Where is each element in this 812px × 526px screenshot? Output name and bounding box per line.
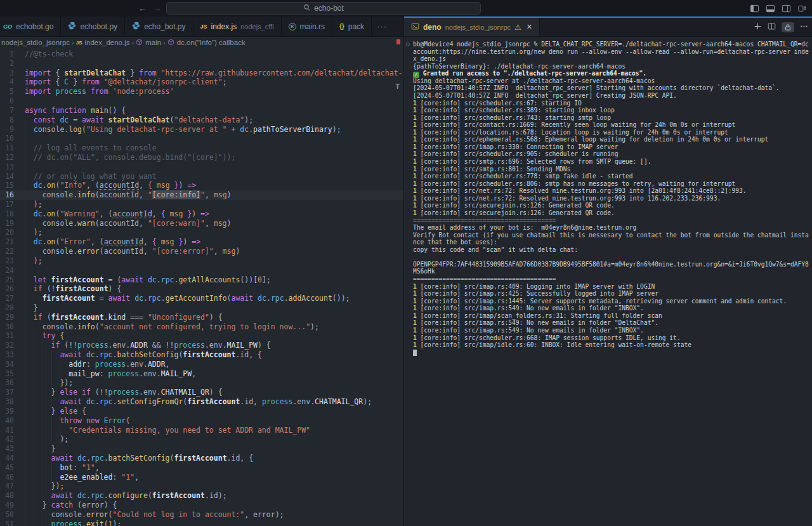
code-line: 51process.exit(1); [0,520,403,526]
terminal-cursor [413,350,417,356]
code-line: 28} [0,303,403,313]
code-line: 11// log all events to console [0,143,403,153]
breadcrumb-item[interactable]: nodejs_stdio_jsonrpc [1,39,70,46]
terminal-line: 1 [core:info] src/securejoin.rs:126: Gen… [413,202,812,209]
breadcrumb-item[interactable]: JSindex_deno.js [76,39,130,46]
titlebar: ← → echo-bot [0,0,812,16]
terminal-line: Using deltachat-rpc-server at ./deltacha… [413,77,812,85]
code-line: 38await dc.rpc.setConfigFromQr(firstAcco… [0,397,403,407]
left-editor-group: GOechobot.goechobot.pyecho_bot.pyJSindex… [0,16,403,526]
tab-terminal-deno[interactable]: deno nodejs_stdio_jsonrpc ⚠ ✕ [404,18,540,36]
line-number: 17 [0,200,14,209]
tab-echo-bot-py[interactable]: echo_bot.py [125,16,193,36]
line-number: 25 [0,275,14,285]
split-editor-icon[interactable] [768,22,776,33]
line-number: 7 [0,106,14,115]
code-line: 45bot: "1", [0,463,403,473]
breadcrumb-label: nodejs_stdio_jsonrpc [1,39,70,46]
tab-echobot-py[interactable]: echobot.py [61,16,125,36]
code-line: 3import { startDeltaChat } from "https:/… [0,69,403,78]
customize-layout-icon[interactable] [797,4,807,13]
breadcrumb-item[interactable]: main [136,39,161,47]
overview-ruler-cursor-marker: T [395,82,400,90]
terminal-line: ======================================= [413,275,812,283]
line-number: 8 [0,115,14,125]
lock-group-button[interactable] [782,22,794,32]
line-number: 10 [0,134,14,143]
back-button[interactable]: ← [138,4,147,13]
line-number: 1 [0,49,14,59]
code-line: 18dc.on("Warning", (accountId, { msg }) … [0,209,403,219]
code-line: 49} catch (error) { [0,501,403,510]
tab-main-rs[interactable]: Rmain.rs [282,16,332,36]
line-number: 24 [0,266,14,275]
breadcrumb-item[interactable]: dc.on("Info") callback [167,39,246,47]
terminal-line: 1 [core:info] src/imap/idle.rs:60: INBOX… [413,341,812,349]
breadcrumb-separator: › [130,39,136,46]
line-number: 22 [0,247,14,256]
code-line: 12// dc.on("ALL", console.debug.bind("[c… [0,153,403,162]
tab-suffix: nodejs_cffi [240,23,273,30]
tab-echobot-go[interactable]: GOechobot.go [0,16,61,36]
close-icon[interactable]: ✕ [527,23,532,31]
forward-button[interactable]: → [153,4,161,13]
line-number: 46 [0,473,14,482]
terminal-line: 1 [core:info] src/scheduler.rs:67: start… [413,100,812,107]
code-line: 39} else { [0,407,403,416]
code-line: 24 [0,266,403,275]
breadcrumb-label: dc.on("Info") callback [177,39,246,46]
new-terminal-icon[interactable] [754,22,762,33]
terminal-line: copy this code and "scan" it with delta … [413,246,812,254]
toggle-primary-sidebar-icon[interactable] [750,4,759,13]
code-line: 2 [0,59,403,69]
tab-pack[interactable]: {}pack [332,16,372,36]
line-number: 44 [0,454,14,463]
terminal-line: 1 [core:info] src/imap.rs:549: No new em… [413,327,812,334]
tab-label: pack [348,22,364,31]
line-number: 33 [0,350,14,360]
line-number: 16 [0,190,14,200]
line-number: 19 [0,219,14,228]
terminal-line: 1 [core:info] src/securejoin.rs:126: Gen… [413,209,812,217]
js-file-icon: JS [200,23,207,30]
code-editor[interactable]: 1//@ts-check23import { startDeltaChat } … [0,48,403,526]
js-file-icon: JS [76,40,82,46]
line-number: 4 [0,77,14,87]
python-file-icon [68,22,76,32]
line-number: 2 [0,59,14,69]
terminal-line: 1 [core:info] src/location.rs:678: Locat… [413,129,812,136]
line-number: 49 [0,501,14,510]
code-line: 9console.log("Using deltachat-rpc-server… [0,125,403,135]
breadcrumb-label: index_deno.js [85,39,130,46]
terminal-line: [2024-05-07T01:40:57Z INFO deltachat_rpc… [413,84,812,92]
line-number: 34 [0,360,14,369]
toggle-panel-icon[interactable] [766,4,775,13]
code-line: 43} [0,444,403,454]
code-line: 46e2ee_enabled: "1", [0,473,403,482]
terminal-tab-label: deno [423,23,442,32]
toggle-secondary-sidebar-icon[interactable] [782,4,791,13]
code-line: 41"Credentials missing, you need to set … [0,426,403,435]
rust-file-icon: R [289,23,296,30]
terminal-output[interactable]: ○bb@Mdevice4 nodejs_stdio_jsonrpc % DELT… [404,37,812,526]
breadcrumb-label: main [145,39,161,46]
terminal-line: 1 [core:info] src/scheduler.rs:905: sche… [413,150,812,158]
command-center-search[interactable]: echo-bot [166,2,481,15]
line-number: 12 [0,153,14,162]
code-line: 37} else if (!!process.env.CHATMAIL_QR) … [0,388,403,397]
terminal-line: 1 [core:info] src/imap.rs:549: No new em… [413,305,812,312]
layout-controls [750,0,807,16]
line-number: 45 [0,463,14,473]
more-actions-icon[interactable] [800,22,808,33]
terminal-line: 1 [core:info] src/imap.rs:409: Logging i… [413,283,812,291]
tab-index-js[interactable]: JSindex.jsnodejs_cffi [193,16,282,36]
code-line: 33await dc.rpc.batchSetConfig(firstAccou… [0,350,403,360]
line-number: 9 [0,125,14,135]
line-number: 13 [0,162,14,172]
tab-overflow-button[interactable]: ··· [372,16,392,36]
code-line: 19console.warn(accountId, "[core:warn]",… [0,219,403,228]
code-line: 4import { C } from "@deltachat/jsonrpc-c… [0,77,403,87]
go-file-icon: GO [3,23,12,30]
line-number: 50 [0,510,14,520]
terminal-icon [411,22,419,32]
